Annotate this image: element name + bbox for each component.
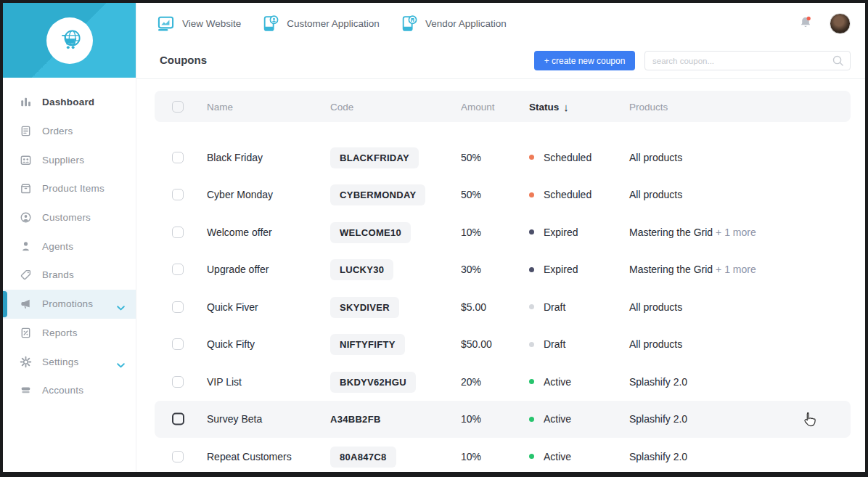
sidebar-nav: DashboardOrdersSuppliersProduct ItemsCus… — [3, 78, 136, 405]
sidebar-item-agents[interactable]: Agents — [3, 232, 136, 261]
column-header-amount[interactable]: Amount — [461, 101, 495, 112]
sidebar-item-settings[interactable]: Settings — [3, 347, 136, 376]
notifications-button[interactable] — [798, 15, 814, 32]
chevron-down-icon[interactable] — [117, 359, 125, 370]
coupon-code-badge: CYBERMONDAY — [330, 184, 425, 205]
topbar-link-view-website[interactable]: View Website — [157, 15, 241, 33]
status-label: Expired — [544, 227, 578, 238]
sidebar-item-accounts[interactable]: Accounts — [3, 376, 136, 405]
avatar[interactable] — [830, 13, 851, 34]
column-header-name[interactable]: Name — [207, 101, 233, 112]
row-checkbox[interactable] — [172, 264, 184, 275]
table-row[interactable]: VIP ListBKDYV62HGU20%ActiveSplashify 2.0 — [155, 363, 851, 401]
coupon-code-cell: CYBERMONDAY — [330, 189, 425, 200]
coupon-products: All products — [629, 152, 682, 163]
table-row[interactable]: Repeat Customers80A847C810%ActiveSplashi… — [155, 438, 851, 476]
table-header-row: NameCodeAmountStatus↓Products — [155, 91, 851, 122]
sidebar-item-reports[interactable]: Reports — [3, 319, 136, 348]
select-all-checkbox[interactable] — [172, 101, 184, 113]
logo[interactable] — [3, 3, 136, 78]
status-label: Draft — [544, 338, 565, 350]
sidebar: DashboardOrdersSuppliersProduct ItemsCus… — [3, 3, 136, 472]
sidebar-item-label: Accounts — [42, 385, 83, 396]
status-dot — [529, 304, 534, 309]
table-row[interactable]: Black FridayBLACKFRIDAY50%ScheduledAll p… — [155, 139, 851, 176]
coupon-amount: 10% — [461, 227, 481, 238]
sidebar-item-orders[interactable]: Orders — [3, 117, 136, 146]
app-window: DashboardOrdersSuppliersProduct ItemsCus… — [0, 0, 868, 477]
status-dot — [529, 229, 534, 235]
search-input[interactable] — [645, 57, 832, 65]
coupon-name: VIP List — [207, 376, 242, 388]
sidebar-item-product-items[interactable]: Product Items — [3, 174, 136, 203]
reports-icon — [19, 326, 32, 339]
column-header-code[interactable]: Code — [330, 101, 353, 112]
page-header: Coupons + create new coupon — [136, 44, 865, 79]
products-label: Splashify 2.0 — [629, 376, 687, 388]
coupon-code-cell: SKYDIVER — [330, 301, 399, 313]
sort-arrow-down-icon: ↓ — [563, 100, 569, 113]
table-row[interactable]: Quick FiftyNIFTYFIFTY$50.00DraftAll prod… — [155, 326, 851, 364]
coupon-name: Cyber Monday — [207, 189, 273, 200]
coupon-code-badge: BKDYV62HGU — [330, 372, 416, 393]
products-more-link[interactable]: + 1 more — [713, 264, 756, 275]
sidebar-item-label: Product Items — [42, 183, 105, 194]
coupon-status: Draft — [529, 338, 565, 350]
accounts-icon — [19, 384, 32, 397]
row-checkbox[interactable] — [172, 338, 184, 350]
coupon-amount: 20% — [461, 376, 481, 388]
coupon-status: Active — [529, 413, 571, 425]
status-label: Scheduled — [544, 189, 591, 200]
products-label: All products — [629, 189, 682, 200]
table-row[interactable]: Survey BetaA34BB2FB10%ActiveSplashify 2.… — [155, 401, 851, 439]
browser-chart-icon — [157, 15, 175, 33]
status-label: Active — [544, 376, 571, 388]
row-checkbox[interactable] — [172, 301, 184, 313]
products-more-link[interactable]: + 1 more — [713, 227, 756, 238]
sidebar-item-customers[interactable]: Customers — [3, 203, 136, 232]
sidebar-item-label: Orders — [42, 126, 73, 136]
logo-globe-cart-icon — [46, 17, 93, 64]
sidebar-item-suppliers[interactable]: Suppliers — [3, 145, 136, 174]
row-checkbox[interactable] — [172, 227, 184, 238]
coupon-code-badge: BLACKFRIDAY — [330, 147, 419, 168]
coupon-amount: 10% — [461, 451, 481, 462]
row-checkbox[interactable] — [172, 376, 184, 388]
coupon-code-badge: WELCOME10 — [330, 222, 411, 243]
table-row[interactable]: Quick FiverSKYDIVER$5.00DraftAll product… — [155, 288, 851, 326]
products-label: Mastering the Grid — [629, 264, 713, 275]
create-coupon-button[interactable]: + create new coupon — [534, 51, 635, 70]
topbar-link-vendor-application[interactable]: Vendor Application — [400, 15, 507, 33]
coupon-status: Active — [529, 376, 571, 388]
coupon-code-cell: 80A847C8 — [330, 451, 396, 462]
topbar-link-label: View Website — [182, 18, 241, 29]
row-checkbox[interactable] — [172, 152, 184, 163]
topbar-link-label: Customer Application — [287, 18, 380, 29]
row-checkbox[interactable] — [172, 189, 184, 200]
coupon-products: Mastering the Grid + 1 more — [629, 264, 756, 275]
sidebar-item-dashboard[interactable]: Dashboard — [3, 88, 136, 117]
table-row[interactable]: Cyber MondayCYBERMONDAY50%ScheduledAll p… — [155, 176, 851, 214]
coupon-name: Quick Fiver — [207, 301, 258, 313]
row-checkbox[interactable] — [172, 451, 184, 462]
status-dot — [529, 155, 534, 160]
coupon-code-badge: 80A847C8 — [330, 447, 396, 468]
status-label: Active — [544, 413, 571, 425]
coupon-products: Splashify 2.0 — [629, 376, 687, 388]
status-dot — [529, 454, 534, 459]
sidebar-item-promotions[interactable]: Promotions — [3, 290, 136, 319]
row-checkbox[interactable] — [172, 413, 184, 425]
table-row[interactable]: Upgrade offerLUCKY3030%ExpiredMastering … — [155, 251, 851, 289]
coupon-amount: 30% — [461, 264, 481, 275]
table-body: Black FridayBLACKFRIDAY50%ScheduledAll p… — [155, 139, 851, 476]
status-label: Scheduled — [544, 152, 591, 163]
search-icon[interactable] — [832, 54, 850, 67]
table-row[interactable]: Welcome offerWELCOME1010%ExpiredMasterin… — [155, 213, 851, 251]
status-label: Expired — [544, 264, 578, 275]
topbar-link-customer-application[interactable]: Customer Application — [261, 15, 380, 33]
sidebar-item-brands[interactable]: Brands — [3, 261, 136, 290]
column-header-products[interactable]: Products — [629, 101, 668, 112]
chevron-down-icon[interactable] — [117, 302, 125, 313]
coupon-code-badge: SKYDIVER — [330, 297, 399, 318]
column-header-status[interactable]: Status↓ — [529, 100, 569, 113]
